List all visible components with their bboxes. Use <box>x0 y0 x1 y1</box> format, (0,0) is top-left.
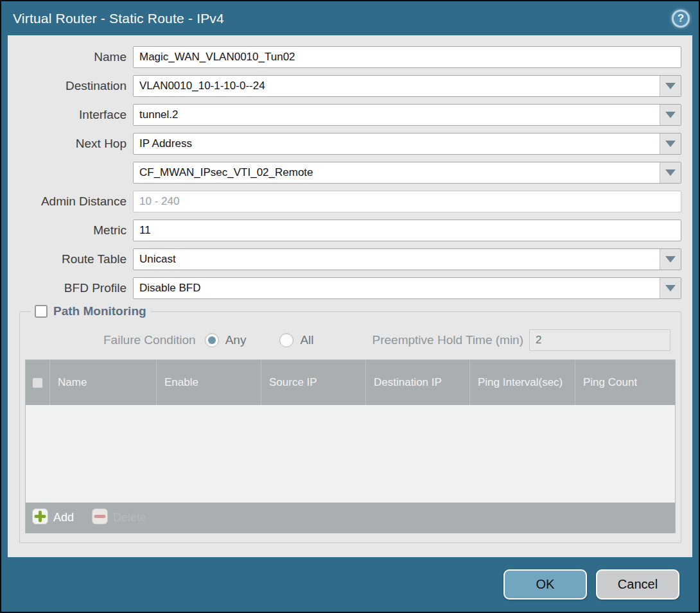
next-hop-label: Next Hop <box>8 137 133 151</box>
next-hop-select[interactable] <box>133 133 681 155</box>
destination-dropdown-button[interactable] <box>660 76 681 96</box>
metric-field <box>133 220 681 241</box>
column-header-enable[interactable]: Enable <box>156 360 261 405</box>
table-header: Name Enable Source IP Destination IP Pin… <box>26 360 675 405</box>
cancel-button[interactable]: Cancel <box>596 569 679 600</box>
column-header-ping-interval[interactable]: Ping Interval(sec) <box>469 360 575 405</box>
failure-condition-all-option: All <box>279 333 313 347</box>
help-icon[interactable]: ? <box>672 10 690 28</box>
add-button[interactable]: Add <box>32 508 74 527</box>
column-header-destination-ip[interactable]: Destination IP <box>365 360 469 405</box>
chevron-down-icon <box>665 169 676 176</box>
destination-row: Destination <box>8 71 692 100</box>
column-header-name[interactable]: Name <box>49 360 156 405</box>
next-hop-address-input[interactable] <box>133 162 681 184</box>
select-all-cell <box>26 360 49 405</box>
static-route-dialog: Virtual Router - Static Route - IPv4 ? N… <box>0 0 700 613</box>
bfd-profile-select[interactable] <box>133 277 681 299</box>
metric-label: Metric <box>8 223 133 237</box>
path-monitoring-table: Name Enable Source IP Destination IP Pin… <box>25 359 676 533</box>
ok-button[interactable]: OK <box>503 569 587 600</box>
dialog-footer: OK Cancel <box>1 557 699 612</box>
add-icon <box>32 508 48 527</box>
radio-all-label: All <box>300 333 313 347</box>
column-header-source-ip[interactable]: Source IP <box>261 360 365 405</box>
bfd-profile-label: BFD Profile <box>8 281 133 295</box>
path-monitoring-title: Path Monitoring <box>53 304 146 318</box>
next-hop-row: Next Hop <box>8 129 692 158</box>
radio-all[interactable] <box>279 333 293 347</box>
radio-any-label: Any <box>225 333 247 347</box>
interface-input[interactable] <box>133 104 681 126</box>
delete-label: Delete <box>113 511 146 524</box>
chevron-down-icon <box>665 141 676 147</box>
bfd-profile-row: BFD Profile <box>8 273 692 302</box>
delete-button[interactable]: Delete <box>92 508 146 527</box>
admin-distance-input[interactable] <box>133 191 681 212</box>
path-monitoring-checkbox[interactable] <box>35 305 48 318</box>
next-hop-address-field <box>133 162 681 184</box>
metric-input[interactable] <box>133 220 681 241</box>
bfd-profile-dropdown-button[interactable] <box>660 278 681 298</box>
name-label: Name <box>8 50 133 64</box>
next-hop-field <box>133 133 681 155</box>
column-header-ping-count[interactable]: Ping Count <box>575 360 675 405</box>
chevron-down-icon <box>665 83 676 89</box>
select-all-checkbox[interactable] <box>32 377 43 388</box>
table-toolbar: Add Delete <box>26 503 675 533</box>
dialog-title: Virtual Router - Static Route - IPv4 <box>13 11 224 26</box>
destination-label: Destination <box>8 79 133 93</box>
interface-field <box>133 104 681 126</box>
preemptive-hold-time-label: Preemptive Hold Time (min) <box>372 333 523 347</box>
route-table-label: Route Table <box>8 252 133 266</box>
failure-condition-row: Failure Condition Any All Preemptive Hol… <box>25 327 676 353</box>
next-hop-address-dropdown-button[interactable] <box>660 162 681 183</box>
radio-any[interactable] <box>205 333 219 347</box>
chevron-down-icon <box>665 256 676 263</box>
route-table-select[interactable] <box>133 248 681 270</box>
table-body-empty <box>26 405 675 503</box>
name-field <box>133 46 681 68</box>
chevron-down-icon <box>665 285 676 291</box>
content-panel: Name Destination Interface Next Hop <box>8 35 692 557</box>
interface-row: Interface <box>8 100 692 129</box>
admin-distance-field <box>133 191 681 212</box>
name-row: Name <box>8 42 692 71</box>
route-table-dropdown-button[interactable] <box>660 249 681 270</box>
delete-icon <box>92 508 108 527</box>
add-label: Add <box>53 511 74 524</box>
route-table-row: Route Table <box>8 245 692 273</box>
metric-row: Metric <box>8 216 692 245</box>
chevron-down-icon <box>665 112 676 118</box>
interface-dropdown-button[interactable] <box>660 105 681 125</box>
path-monitoring-legend: Path Monitoring <box>30 304 151 318</box>
failure-condition-any-option: Any <box>205 333 247 347</box>
failure-condition-label: Failure Condition <box>103 333 196 347</box>
admin-distance-label: Admin Distance <box>8 194 133 209</box>
preemptive-hold-time-input[interactable] <box>529 329 670 351</box>
admin-distance-row: Admin Distance <box>8 187 692 216</box>
next-hop-address-row <box>8 158 692 187</box>
destination-input[interactable] <box>133 75 681 97</box>
destination-field <box>133 75 681 97</box>
path-monitoring-section: Path Monitoring Failure Condition Any Al… <box>19 304 681 543</box>
next-hop-dropdown-button[interactable] <box>660 134 681 154</box>
bfd-profile-field <box>133 277 681 299</box>
route-table-field <box>133 248 681 270</box>
interface-label: Interface <box>8 108 133 122</box>
titlebar: Virtual Router - Static Route - IPv4 ? <box>1 1 699 35</box>
name-input[interactable] <box>133 46 681 68</box>
